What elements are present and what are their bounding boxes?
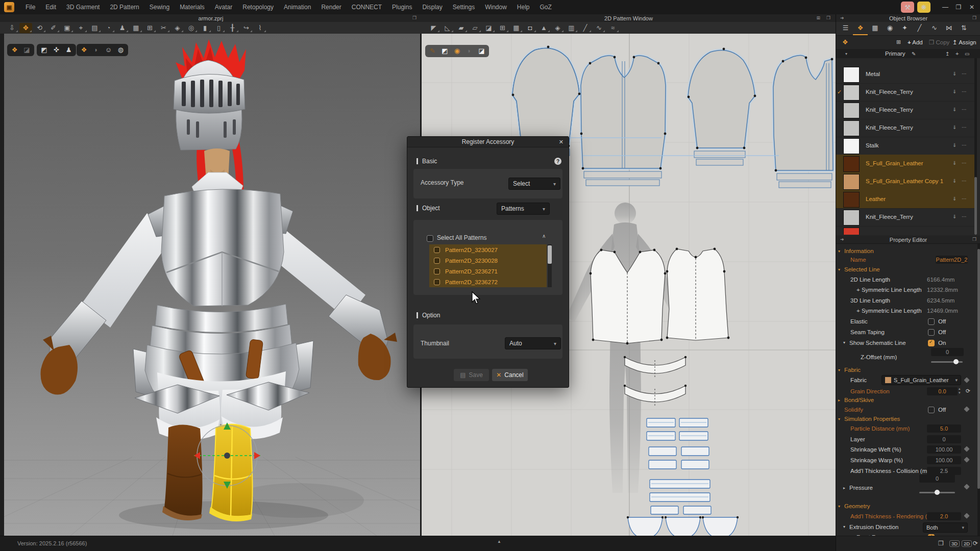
more-menu-icon[interactable]: ⋯	[962, 71, 967, 77]
fabric-row-selected[interactable]: S_Full_Grain_Leather Copy 1⇓⋯	[836, 172, 974, 191]
menu-materials[interactable]: Materials	[175, 4, 210, 11]
fabric-row[interactable]: Knit_Fleece_Terry⇓⋯	[836, 208, 974, 227]
fabric-row[interactable]: Stalk⇓⋯	[836, 137, 974, 155]
save-icon[interactable]: ⇓	[952, 196, 957, 202]
menu-render[interactable]: Render	[316, 4, 346, 11]
expand-up-icon[interactable]: ▲	[497, 539, 501, 544]
particle-field[interactable]: 5.0	[927, 424, 961, 433]
save-icon[interactable]: ⇓	[952, 124, 957, 130]
tab-list-icon[interactable]: ☰	[838, 22, 853, 34]
texture-tool-icon[interactable]: ◈	[171, 23, 184, 33]
fabric-row[interactable]	[836, 226, 974, 235]
grid-icon[interactable]: ▦	[510, 23, 523, 33]
help-icon[interactable]: ?	[554, 158, 561, 165]
tab-pin-icon[interactable]: ✦	[897, 22, 912, 34]
section-selected-line[interactable]: Selected Line	[844, 266, 880, 272]
weft-field[interactable]: 100.00	[927, 445, 961, 454]
window-2d-titlebar[interactable]: 2D Pattern Window ⊞ ❐	[422, 14, 836, 22]
sewing-machine-icon[interactable]: ▦	[130, 23, 142, 33]
more-menu-icon[interactable]: ⋯	[962, 160, 967, 166]
popout-icon[interactable]: ❐	[972, 15, 976, 20]
zoffset-slider[interactable]	[931, 361, 963, 363]
section-caret-icon[interactable]: ▾	[838, 368, 840, 372]
popout-icon[interactable]: ❐	[826, 15, 830, 20]
schematic-checkbox[interactable]	[928, 340, 935, 346]
rotate-tool-icon[interactable]: ⟲	[33, 23, 46, 33]
more-menu-icon[interactable]: ⋯	[962, 142, 967, 148]
seam-taping-checkbox[interactable]	[928, 329, 935, 336]
warp-field[interactable]: 100.00	[927, 456, 961, 464]
import-icon[interactable]: ⊞	[896, 39, 901, 45]
viewport-3d[interactable]: ❖ ◪ ◩ ✜ ♟ ❖ ◗ ☺ ◍	[4, 34, 420, 536]
pattern-checkbox[interactable]	[434, 268, 440, 274]
layer-field[interactable]: 0	[927, 435, 961, 443]
menu-animation[interactable]: Animation	[279, 4, 316, 11]
sew-pattern-icon[interactable]: ◪	[482, 23, 495, 33]
history-down-icon[interactable]: ⇩	[6, 23, 18, 33]
window-3d-titlebar[interactable]: armor.zprj ❐	[0, 14, 422, 22]
section-bond-skive[interactable]: Bond/Skive	[844, 397, 874, 403]
menu-3d-garment[interactable]: 3D Garment	[61, 4, 105, 11]
fold-tool-icon[interactable]: ▤	[88, 23, 101, 33]
pattern-outline-icon[interactable]: ▱	[469, 23, 481, 33]
columns-icon[interactable]: ▥	[565, 23, 578, 33]
add-fabric-button[interactable]: + Add	[908, 39, 923, 45]
tab-bow-icon[interactable]: ⋈	[942, 22, 957, 34]
fabric-row-selected[interactable]: Leather⇓⋯	[836, 190, 974, 209]
assign-fabric-button[interactable]: ↥ Assign	[952, 39, 976, 46]
fabric-dropdown[interactable]: S_Full_Grain_Leather Cop	[881, 375, 961, 385]
more-menu-icon[interactable]: ⋯	[962, 196, 967, 202]
view-3d-button[interactable]: 3D	[949, 540, 960, 547]
elastic-checkbox[interactable]	[928, 318, 935, 325]
sewing-machine-icon[interactable]: ⊞	[496, 23, 509, 33]
expand-caret-icon[interactable]: ▾	[845, 52, 847, 56]
tab-stitch-icon[interactable]: ∿	[927, 22, 942, 34]
pin-icon[interactable]: ◈	[551, 23, 564, 33]
pattern-solid-icon[interactable]: ▰	[455, 23, 468, 33]
menu-avatar[interactable]: Avatar	[210, 4, 237, 11]
tab-topstitch-icon[interactable]: ╱	[912, 22, 927, 34]
fabric-scrollbar[interactable]	[974, 58, 977, 235]
pattern-checkbox[interactable]	[434, 247, 440, 253]
transform-pattern-icon[interactable]: ◤	[427, 23, 440, 33]
row-caret-icon[interactable]: ▸	[843, 486, 845, 490]
blade-icon[interactable]: ◗	[464, 46, 475, 56]
measure-tool-icon[interactable]: ╂	[226, 23, 239, 33]
menu-sewing[interactable]: Sewing	[144, 4, 175, 11]
edit-pencil-icon[interactable]: ✎	[912, 51, 916, 57]
menu-file[interactable]: File	[20, 4, 40, 11]
menu-2d-pattern[interactable]: 2D Pattern	[105, 4, 144, 11]
popout-icon[interactable]: ❐	[412, 15, 416, 20]
pin-tool-icon[interactable]: ⌖	[75, 23, 87, 33]
plane-b-icon[interactable]: ▯	[212, 23, 225, 33]
pressure-slider[interactable]	[919, 492, 955, 493]
save-icon[interactable]: ⇓	[952, 160, 957, 166]
brush-tool-icon[interactable]: ✐	[47, 23, 60, 33]
shirt-icon[interactable]: ▲	[537, 23, 550, 33]
menu-retopology[interactable]: Retopology	[237, 4, 279, 11]
more-menu-icon[interactable]: ⋯	[962, 89, 967, 94]
pattern-checkbox[interactable]	[434, 258, 440, 264]
section-fabric[interactable]: Fabric	[844, 367, 861, 373]
select-all-checkbox[interactable]	[427, 235, 433, 242]
save-icon[interactable]: ⇓	[952, 71, 957, 77]
popout-icon[interactable]: ❐	[972, 237, 976, 242]
keyframe-diamond-icon[interactable]	[964, 484, 969, 489]
thumbnail-dropdown[interactable]: Auto	[505, 337, 561, 349]
more-menu-icon[interactable]: ⋯	[962, 124, 967, 130]
more-menu-icon[interactable]: ⋯	[962, 214, 967, 219]
line-tool-icon[interactable]: ╱	[579, 23, 592, 33]
tab-fabric-icon[interactable]: ❖	[853, 22, 868, 35]
section-geometry[interactable]: Geometry	[844, 503, 870, 509]
pattern-list-item[interactable]: Pattern2D_3236271	[429, 266, 547, 277]
shirt-view-icon[interactable]: ◩	[39, 45, 50, 55]
folder-icon[interactable]: ▭	[965, 51, 969, 57]
save-button[interactable]: ▤Save	[454, 369, 489, 381]
cancel-button[interactable]: ✕Cancel	[492, 369, 528, 381]
curve-tool-icon[interactable]: ↪	[240, 23, 253, 33]
menu-window[interactable]: Window	[480, 4, 512, 11]
globe-view-icon[interactable]: ◍	[115, 45, 126, 55]
seam-pen-icon[interactable]: ✎	[427, 46, 438, 56]
walk-tool-icon[interactable]: ⌇	[254, 23, 266, 33]
dialog-close-icon[interactable]: ✕	[559, 139, 564, 145]
